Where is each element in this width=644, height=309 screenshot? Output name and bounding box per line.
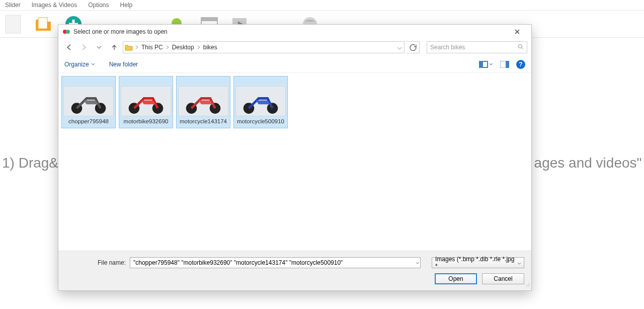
nav-row: This PC Desktop bikes Search bikes: [58, 39, 531, 56]
help-button[interactable]: ?: [516, 60, 525, 69]
recent-dropdown[interactable]: [93, 41, 106, 53]
file-thumbnail: [63, 86, 114, 116]
cancel-button[interactable]: Cancel: [482, 273, 524, 284]
filename-label: File name:: [91, 259, 126, 266]
svg-rect-16: [506, 61, 509, 68]
chevron-right-icon: [196, 45, 201, 49]
new-folder-button[interactable]: New folder: [109, 61, 138, 68]
chevron-down-icon: [489, 62, 493, 66]
svg-rect-0: [6, 15, 21, 33]
chevron-down-icon: [517, 260, 521, 267]
svg-point-10: [66, 30, 70, 34]
menu-item[interactable]: Options: [88, 2, 109, 9]
back-button[interactable]: [62, 41, 75, 53]
breadcrumb[interactable]: This PC Desktop bikes: [123, 41, 405, 53]
crumb-thispc[interactable]: This PC: [139, 44, 165, 51]
file-item[interactable]: chopper795948: [61, 76, 116, 128]
file-name: motorbike932690: [120, 118, 172, 127]
menu-item[interactable]: Help: [120, 2, 133, 9]
organize-menu[interactable]: Organize: [64, 61, 95, 68]
filetype-select[interactable]: Images (*.bmp *.dib *.rle *.jpg *: [432, 257, 524, 268]
file-name: motorcycle143174: [177, 118, 229, 127]
open-button[interactable]: Open: [435, 273, 477, 284]
chevron-right-icon[interactable]: [134, 45, 139, 49]
svg-rect-1: [38, 18, 47, 29]
file-name: motorcycle500910: [234, 118, 287, 127]
file-list[interactable]: chopper795948motorbike932690motorcycle14…: [58, 73, 531, 251]
filename-input[interactable]: [130, 257, 421, 268]
dialog-titlebar: Select one or more images to open: [58, 25, 531, 39]
view-menu[interactable]: [479, 61, 493, 68]
open-folder-icon[interactable]: [33, 14, 53, 34]
close-button[interactable]: [507, 25, 527, 39]
file-thumbnail: [235, 86, 286, 116]
dialog-bottom: File name: Images (*.bmp *.dib *.rle *.j…: [58, 251, 531, 290]
app-icon: [62, 28, 70, 36]
file-thumbnail: [121, 86, 171, 116]
folder-icon: [123, 42, 134, 53]
file-open-dialog: Select one or more images to open This P…: [58, 24, 532, 291]
refresh-button[interactable]: [407, 41, 420, 53]
file-item[interactable]: motorcycle500910: [233, 76, 288, 128]
app-menu: Slider Images & Videos Options Help: [0, 0, 644, 11]
up-button[interactable]: [108, 41, 121, 53]
resize-grip-icon[interactable]: [524, 280, 530, 289]
forward-button[interactable]: [77, 41, 91, 53]
dialog-title: Select one or more images to open: [73, 28, 168, 35]
chevron-right-icon: [165, 45, 170, 49]
file-name: chopper795948: [62, 118, 115, 127]
menu-item[interactable]: Images & Videos: [32, 2, 77, 9]
chevron-down-icon[interactable]: [416, 258, 420, 267]
file-thumbnail: [178, 86, 228, 116]
svg-point-11: [519, 44, 522, 48]
search-placeholder: Search bikes: [430, 44, 518, 51]
preview-pane-button[interactable]: [500, 61, 509, 68]
chevron-down-icon[interactable]: [397, 44, 402, 53]
command-row: Organize New folder ?: [58, 56, 531, 73]
file-item[interactable]: motorcycle143174: [176, 76, 230, 128]
file-item[interactable]: motorbike932690: [119, 76, 173, 128]
crumb-bikes[interactable]: bikes: [201, 44, 219, 51]
chevron-down-icon: [91, 62, 95, 66]
menu-item[interactable]: Slider: [5, 2, 21, 9]
svg-rect-14: [480, 62, 483, 67]
svg-rect-5: [201, 18, 217, 21]
search-input[interactable]: Search bikes: [427, 41, 527, 53]
crumb-desktop[interactable]: Desktop: [170, 44, 196, 51]
search-icon: [518, 44, 524, 51]
blank-page-icon: [3, 14, 23, 34]
